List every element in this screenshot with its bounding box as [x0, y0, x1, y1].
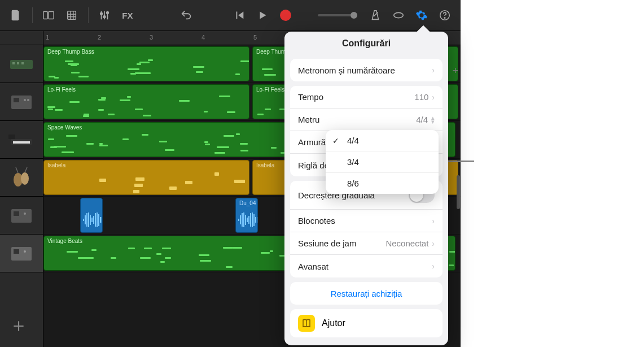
divider: [32, 7, 33, 23]
check-icon: ✓: [332, 136, 341, 145]
slider-knob[interactable]: [351, 12, 357, 19]
help-book-icon: [298, 315, 315, 332]
help-button[interactable]: [435, 5, 454, 25]
track-header[interactable]: [0, 197, 43, 235]
meter-option[interactable]: 3/4: [326, 151, 439, 173]
svg-point-10: [100, 12, 103, 15]
settings-group: Metronom și numărătoare ›: [290, 59, 443, 81]
svg-rect-21: [14, 98, 19, 102]
ruler-mark: 2: [98, 34, 101, 41]
track-header[interactable]: [0, 235, 43, 272]
svg-line-30: [25, 167, 27, 172]
notes-row[interactable]: Blocnotes ›: [290, 210, 443, 232]
stepper-icon: ▴▾: [431, 116, 435, 124]
clip[interactable]: Lo-Fi Feels: [43, 84, 249, 119]
svg-rect-17: [12, 62, 15, 64]
chevron-right-icon: ›: [432, 93, 435, 102]
clip-label: Vintage Beats: [47, 238, 82, 244]
track-header[interactable]: [0, 45, 43, 83]
svg-rect-26: [8, 135, 15, 139]
track-headers: [0, 31, 43, 347]
row-label: Metronom și numărătoare: [298, 66, 395, 75]
svg-point-28: [21, 172, 29, 185]
svg-point-22: [24, 99, 26, 101]
metronome-row[interactable]: Metronom și numărătoare ›: [290, 59, 443, 81]
divider: [88, 7, 89, 23]
clip[interactable]: Isabela: [43, 160, 249, 195]
meter-value: 4/4: [416, 115, 428, 124]
svg-rect-1: [49, 12, 54, 19]
play-button[interactable]: [253, 5, 272, 25]
clip[interactable]: [80, 198, 103, 233]
instrument-icon: [7, 90, 36, 113]
svg-rect-2: [68, 11, 76, 20]
clip-label: Space Waves: [47, 124, 82, 131]
ruler-spacer: [0, 31, 43, 45]
svg-rect-35: [14, 249, 19, 254]
meter-dropdown: ✓ 4/4 3/4 8/6: [326, 130, 439, 194]
row-label: Riglă de: [298, 161, 329, 170]
svg-point-36: [24, 250, 26, 253]
row-label: Avansat: [298, 262, 328, 271]
svg-rect-19: [21, 62, 24, 64]
settings-group: Decreștere graduală Blocnotes › Sesiune …: [290, 181, 443, 277]
settings-group: Ajutor: [290, 309, 443, 337]
chevron-right-icon: ›: [432, 66, 435, 75]
callout-line: [446, 161, 474, 162]
clip-label: Deep Thump Bass: [47, 49, 94, 55]
row-label: Metru: [298, 115, 319, 124]
record-icon: [280, 10, 291, 21]
restore-purchase-button[interactable]: Restaurați achiziția: [290, 282, 443, 305]
mixer-button[interactable]: [95, 5, 113, 25]
svg-rect-25: [13, 141, 30, 144]
loop-button[interactable]: [389, 5, 408, 25]
chevron-right-icon: ›: [432, 262, 435, 271]
settings-group: Restaurați achiziția: [290, 282, 443, 305]
track-header[interactable]: [0, 83, 43, 121]
svg-point-33: [24, 212, 26, 215]
track-header[interactable]: [0, 159, 43, 197]
svg-point-12: [107, 12, 109, 14]
tempo-value: 110: [414, 92, 428, 102]
clip[interactable]: Deep Thump Bass: [43, 46, 249, 81]
meter-option[interactable]: ✓ 4/4: [326, 130, 439, 151]
svg-rect-18: [17, 62, 19, 64]
undo-button[interactable]: [177, 5, 195, 25]
row-label: Armură: [298, 137, 326, 147]
go-to-start-button[interactable]: [230, 5, 249, 25]
chevron-right-icon: ›: [432, 239, 435, 248]
volume-slider[interactable]: [318, 14, 354, 16]
option-label: 3/4: [347, 157, 359, 167]
metronome-button[interactable]: [366, 5, 385, 25]
jam-value: Neconectat: [385, 238, 428, 248]
track-header[interactable]: [0, 121, 43, 159]
scroll-thumb[interactable]: [457, 175, 460, 209]
grid-button[interactable]: [63, 5, 81, 25]
svg-point-23: [27, 99, 29, 101]
fx-button[interactable]: FX: [118, 5, 137, 25]
help-row[interactable]: Ajutor: [290, 309, 443, 337]
row-label: Ajutor: [322, 318, 345, 328]
my-songs-button[interactable]: [7, 5, 25, 25]
settings-button[interactable]: [412, 5, 431, 25]
browser-button[interactable]: [40, 5, 58, 25]
record-button[interactable]: [276, 5, 295, 25]
meter-option[interactable]: 8/6: [326, 173, 439, 194]
instrument-icon: [7, 204, 36, 227]
clip-label: Lo-Fi Feels: [47, 86, 76, 93]
chevron-right-icon: ›: [432, 216, 435, 225]
ruler-mark: 5: [253, 34, 257, 41]
row-label: Sesiune de jam: [298, 238, 356, 248]
advanced-row[interactable]: Avansat ›: [290, 255, 443, 277]
scrollbar[interactable]: [456, 45, 461, 271]
tempo-row[interactable]: Tempo 110›: [290, 86, 443, 109]
row-label: Tempo: [298, 92, 323, 102]
meter-row[interactable]: Metru 4/4▴▾: [290, 109, 443, 131]
jam-row[interactable]: Sesiune de jam Neconectat›: [290, 232, 443, 255]
ruler-mark: 4: [201, 34, 205, 41]
instrument-icon: [7, 166, 36, 189]
add-track-button[interactable]: [11, 319, 26, 336]
clip[interactable]: Du_04: [235, 198, 258, 233]
row-label: Restaurați achiziția: [298, 289, 435, 298]
svg-point-11: [103, 16, 106, 18]
